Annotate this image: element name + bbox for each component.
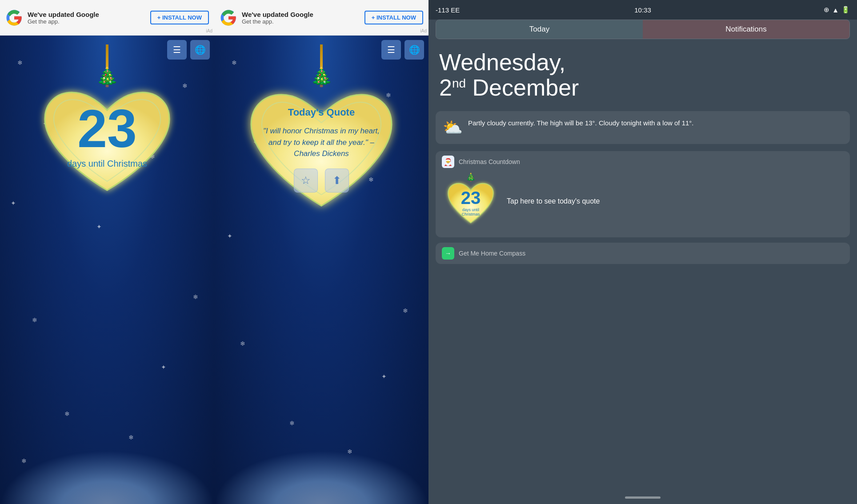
notif-quote-text: Tap here to see today's quote	[507, 196, 600, 207]
ad-title-left: We've updated Google	[28, 11, 150, 18]
install-button-left[interactable]: INSTALL NOW	[150, 11, 209, 24]
holly-left: 🎄	[96, 66, 119, 88]
ornament-hook-left	[106, 44, 108, 67]
battery-icon: 🔋	[841, 6, 850, 14]
compass-notif-card[interactable]: → Get Me Home Compass	[436, 243, 850, 264]
ios-panel: -113 EE 10:33 ⊕ ▲ 🔋 Today Notifications …	[428, 0, 857, 504]
compass-app-name: Get Me Home Compass	[459, 250, 525, 257]
countdown-number-left: 23	[49, 102, 165, 155]
google-logo-left	[5, 9, 23, 27]
ornament-right: 🎄	[241, 44, 401, 226]
favorite-button[interactable]: ☆	[294, 168, 318, 192]
globe-icon-right[interactable]: 🌐	[404, 40, 424, 60]
weather-text: Partly cloudy currently. The high will b…	[468, 118, 694, 128]
globe-icon-left[interactable]: 🌐	[190, 40, 210, 60]
date-ordinal: nd	[452, 76, 466, 90]
signal-arrow-icon: ▲	[832, 6, 839, 14]
ad-subtitle-left: Get the app.	[28, 18, 150, 25]
countdown-label-left: days until Christmas	[49, 159, 165, 169]
ad-banner-left: We've updated Google Get the app. INSTAL…	[0, 0, 214, 36]
quote-buttons: ☆ ⬆	[257, 168, 386, 192]
xmas-bg-right: ❄ ❄ ✦ ❄ ✦ ❄ ❄ ✦ ❄ ❄ ☰ 🌐 🎄	[214, 36, 428, 504]
xmas-bg-left: ❄ ❄ ✦ ❄ ✦ ❄ ❄ ✦ ❄ ❄ ✦ ❄ ★ ☰ 🌐 🎄	[0, 36, 214, 504]
ad-label-left: iAd	[206, 28, 212, 33]
mini-ornament: 🎄	[442, 172, 500, 230]
date-line2: 2nd December	[439, 75, 846, 100]
status-bar: -113 EE 10:33 ⊕ ▲ 🔋	[428, 0, 857, 20]
quote-display: Today's Quote "I will honor Christmas in…	[257, 107, 386, 192]
ornament-hook-right	[320, 44, 323, 67]
xmas-notif-card[interactable]: 🎅 Christmas Countdown 🎄	[436, 151, 850, 237]
ornament-left: 🎄	[36, 44, 178, 208]
mini-countdown-label: days until Christmas	[457, 208, 485, 216]
ad-text-left: We've updated Google Get the app.	[28, 11, 150, 25]
ad-text-right: We've updated Google Get the app.	[242, 11, 364, 25]
ad-banner-right: We've updated Google Get the app. INSTAL…	[214, 0, 428, 36]
status-icons: ⊕ ▲ 🔋	[712, 6, 850, 14]
xmas-app-name: Christmas Countdown	[459, 158, 520, 165]
mini-countdown-number: 23	[457, 189, 485, 207]
weather-widget: ⛅ Partly cloudy currently. The high will…	[436, 111, 850, 144]
location-icon: ⊕	[824, 6, 829, 14]
tab-today[interactable]: Today	[436, 20, 643, 39]
xmas-notif-content: 🎄	[436, 172, 850, 237]
quote-title: Today's Quote	[257, 107, 386, 118]
ad-subtitle-right: Get the app.	[242, 18, 364, 25]
countdown-display-left: 23 days until Christmas	[49, 102, 165, 169]
date-header: Wednesday, 2nd December	[428, 39, 857, 108]
holly-right: 🎄	[310, 66, 333, 88]
phone-screen-right: We've updated Google Get the app. INSTAL…	[214, 0, 428, 504]
xmas-notif-header: 🎅 Christmas Countdown	[436, 151, 850, 172]
weather-icon: ⛅	[443, 118, 463, 137]
status-signal: -113 EE	[436, 6, 574, 14]
bottom-handle	[625, 496, 661, 499]
phone-screen-left: We've updated Google Get the app. INSTAL…	[0, 0, 214, 504]
ad-title-right: We've updated Google	[242, 11, 364, 18]
google-logo-right	[220, 9, 237, 27]
ad-label-right: iAd	[420, 28, 427, 33]
status-time: 10:33	[574, 6, 712, 14]
date-month: December	[466, 75, 579, 100]
share-button[interactable]: ⬆	[325, 168, 349, 192]
date-line1: Wednesday,	[439, 50, 846, 75]
quote-text: "I will honor Christmas in my heart, and…	[257, 125, 386, 160]
compass-icon: →	[442, 247, 454, 260]
xmas-app-icon: 🎅	[442, 156, 454, 168]
snow-ground-right	[214, 451, 428, 504]
install-button-right[interactable]: INSTALL NOW	[364, 11, 423, 24]
date-day: 2	[439, 75, 452, 100]
tab-notifications[interactable]: Notifications	[643, 20, 849, 39]
snow-ground-left	[0, 451, 214, 504]
segment-control: Today Notifications	[436, 20, 850, 39]
